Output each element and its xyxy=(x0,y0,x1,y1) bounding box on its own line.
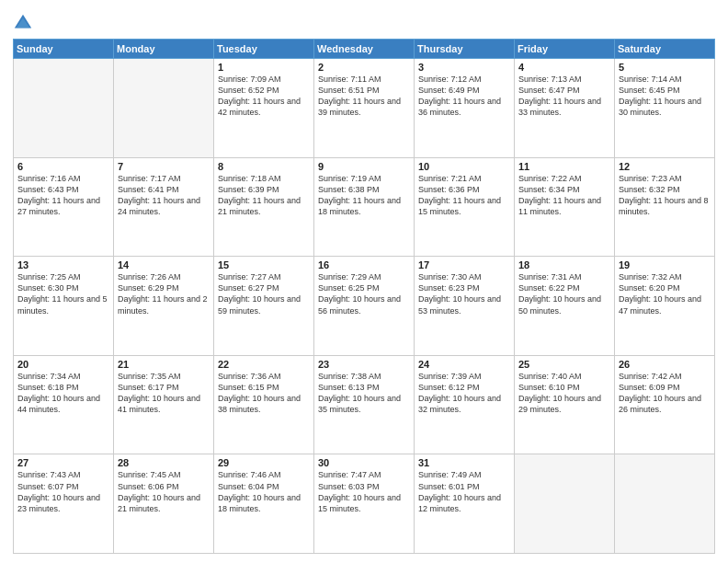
day-info: Sunrise: 7:45 AMSunset: 6:06 PMDaylight:… xyxy=(118,469,210,514)
calendar-cell: 31Sunrise: 7:49 AMSunset: 6:01 PMDayligh… xyxy=(415,454,515,554)
day-number: 6 xyxy=(17,161,109,172)
day-number: 26 xyxy=(619,359,711,370)
calendar-cell: 26Sunrise: 7:42 AMSunset: 6:09 PMDayligh… xyxy=(615,355,715,454)
calendar-cell xyxy=(515,454,615,554)
calendar-week-row: 13Sunrise: 7:25 AMSunset: 6:30 PMDayligh… xyxy=(14,257,715,356)
day-info: Sunrise: 7:22 AMSunset: 6:34 PMDaylight:… xyxy=(518,173,610,218)
calendar-cell: 29Sunrise: 7:46 AMSunset: 6:04 PMDayligh… xyxy=(214,454,314,554)
day-info: Sunrise: 7:31 AMSunset: 6:22 PMDaylight:… xyxy=(518,271,610,316)
day-number: 24 xyxy=(418,359,510,370)
day-info: Sunrise: 7:26 AMSunset: 6:29 PMDaylight:… xyxy=(118,271,210,316)
calendar-header-friday: Friday xyxy=(515,40,615,59)
day-number: 13 xyxy=(17,259,109,270)
calendar-cell: 24Sunrise: 7:39 AMSunset: 6:12 PMDayligh… xyxy=(415,355,515,454)
day-info: Sunrise: 7:47 AMSunset: 6:03 PMDaylight:… xyxy=(318,469,410,514)
day-info: Sunrise: 7:30 AMSunset: 6:23 PMDaylight:… xyxy=(418,271,510,316)
day-number: 2 xyxy=(318,62,410,73)
day-info: Sunrise: 7:34 AMSunset: 6:18 PMDaylight:… xyxy=(17,371,109,416)
day-info: Sunrise: 7:35 AMSunset: 6:17 PMDaylight:… xyxy=(118,371,210,416)
header xyxy=(13,9,715,33)
day-info: Sunrise: 7:25 AMSunset: 6:30 PMDaylight:… xyxy=(17,271,109,316)
day-info: Sunrise: 7:32 AMSunset: 6:20 PMDaylight:… xyxy=(619,271,711,316)
calendar-cell: 6Sunrise: 7:16 AMSunset: 6:43 PMDaylight… xyxy=(14,157,114,257)
calendar-cell: 1Sunrise: 7:09 AMSunset: 6:52 PMDaylight… xyxy=(214,59,314,158)
day-number: 20 xyxy=(17,359,109,370)
calendar-week-row: 1Sunrise: 7:09 AMSunset: 6:52 PMDaylight… xyxy=(14,59,715,158)
day-number: 17 xyxy=(418,259,510,270)
calendar-cell: 18Sunrise: 7:31 AMSunset: 6:22 PMDayligh… xyxy=(515,257,615,356)
calendar-header-tuesday: Tuesday xyxy=(214,40,314,59)
calendar-cell: 20Sunrise: 7:34 AMSunset: 6:18 PMDayligh… xyxy=(14,355,114,454)
calendar-cell: 2Sunrise: 7:11 AMSunset: 6:51 PMDaylight… xyxy=(314,59,415,158)
calendar-cell: 15Sunrise: 7:27 AMSunset: 6:27 PMDayligh… xyxy=(214,257,314,356)
day-info: Sunrise: 7:27 AMSunset: 6:27 PMDaylight:… xyxy=(218,271,310,316)
calendar-cell: 27Sunrise: 7:43 AMSunset: 6:07 PMDayligh… xyxy=(14,454,114,554)
day-info: Sunrise: 7:09 AMSunset: 6:52 PMDaylight:… xyxy=(218,74,310,119)
day-number: 21 xyxy=(118,359,210,370)
day-info: Sunrise: 7:19 AMSunset: 6:38 PMDaylight:… xyxy=(318,173,410,218)
calendar-cell: 19Sunrise: 7:32 AMSunset: 6:20 PMDayligh… xyxy=(615,257,715,356)
day-info: Sunrise: 7:36 AMSunset: 6:15 PMDaylight:… xyxy=(218,371,310,416)
calendar-cell: 17Sunrise: 7:30 AMSunset: 6:23 PMDayligh… xyxy=(415,257,515,356)
day-number: 31 xyxy=(418,457,510,468)
day-info: Sunrise: 7:46 AMSunset: 6:04 PMDaylight:… xyxy=(218,469,310,514)
calendar-cell: 12Sunrise: 7:23 AMSunset: 6:32 PMDayligh… xyxy=(615,157,715,257)
day-number: 22 xyxy=(218,359,310,370)
day-number: 29 xyxy=(218,457,310,468)
day-number: 10 xyxy=(418,161,510,172)
day-number: 11 xyxy=(518,161,610,172)
day-number: 16 xyxy=(318,259,410,270)
calendar-cell: 28Sunrise: 7:45 AMSunset: 6:06 PMDayligh… xyxy=(114,454,214,554)
day-number: 9 xyxy=(318,161,410,172)
day-info: Sunrise: 7:12 AMSunset: 6:49 PMDaylight:… xyxy=(418,74,510,119)
day-info: Sunrise: 7:16 AMSunset: 6:43 PMDaylight:… xyxy=(17,173,109,218)
day-number: 19 xyxy=(619,259,711,270)
calendar-cell: 10Sunrise: 7:21 AMSunset: 6:36 PMDayligh… xyxy=(415,157,515,257)
calendar-cell: 5Sunrise: 7:14 AMSunset: 6:45 PMDaylight… xyxy=(615,59,715,158)
calendar-cell: 21Sunrise: 7:35 AMSunset: 6:17 PMDayligh… xyxy=(114,355,214,454)
day-info: Sunrise: 7:18 AMSunset: 6:39 PMDaylight:… xyxy=(218,173,310,218)
calendar-cell: 3Sunrise: 7:12 AMSunset: 6:49 PMDaylight… xyxy=(415,59,515,158)
day-number: 23 xyxy=(318,359,410,370)
day-info: Sunrise: 7:43 AMSunset: 6:07 PMDaylight:… xyxy=(17,469,109,514)
day-number: 7 xyxy=(118,161,210,172)
day-number: 28 xyxy=(118,457,210,468)
calendar-cell: 30Sunrise: 7:47 AMSunset: 6:03 PMDayligh… xyxy=(314,454,415,554)
day-number: 3 xyxy=(418,62,510,73)
day-number: 1 xyxy=(218,62,310,73)
day-info: Sunrise: 7:17 AMSunset: 6:41 PMDaylight:… xyxy=(118,173,210,218)
calendar-cell: 7Sunrise: 7:17 AMSunset: 6:41 PMDaylight… xyxy=(114,157,214,257)
day-number: 5 xyxy=(619,62,711,73)
calendar-week-row: 27Sunrise: 7:43 AMSunset: 6:07 PMDayligh… xyxy=(14,454,715,554)
day-number: 18 xyxy=(518,259,610,270)
page: SundayMondayTuesdayWednesdayThursdayFrid… xyxy=(0,0,728,563)
day-info: Sunrise: 7:11 AMSunset: 6:51 PMDaylight:… xyxy=(318,74,410,119)
day-info: Sunrise: 7:40 AMSunset: 6:10 PMDaylight:… xyxy=(518,371,610,416)
calendar-cell xyxy=(14,59,114,158)
calendar-cell: 25Sunrise: 7:40 AMSunset: 6:10 PMDayligh… xyxy=(515,355,615,454)
logo-icon xyxy=(13,13,33,33)
calendar-cell: 16Sunrise: 7:29 AMSunset: 6:25 PMDayligh… xyxy=(314,257,415,356)
calendar-table: SundayMondayTuesdayWednesdayThursdayFrid… xyxy=(13,39,715,554)
calendar-header-thursday: Thursday xyxy=(415,40,515,59)
calendar-cell: 11Sunrise: 7:22 AMSunset: 6:34 PMDayligh… xyxy=(515,157,615,257)
calendar-week-row: 20Sunrise: 7:34 AMSunset: 6:18 PMDayligh… xyxy=(14,355,715,454)
day-number: 15 xyxy=(218,259,310,270)
day-number: 4 xyxy=(518,62,610,73)
logo xyxy=(13,13,35,33)
calendar-header-row: SundayMondayTuesdayWednesdayThursdayFrid… xyxy=(14,40,715,59)
day-info: Sunrise: 7:21 AMSunset: 6:36 PMDaylight:… xyxy=(418,173,510,218)
calendar-week-row: 6Sunrise: 7:16 AMSunset: 6:43 PMDaylight… xyxy=(14,157,715,257)
day-number: 14 xyxy=(118,259,210,270)
day-number: 25 xyxy=(518,359,610,370)
calendar-cell xyxy=(615,454,715,554)
day-number: 30 xyxy=(318,457,410,468)
day-number: 12 xyxy=(619,161,711,172)
day-number: 27 xyxy=(17,457,109,468)
day-info: Sunrise: 7:13 AMSunset: 6:47 PMDaylight:… xyxy=(518,74,610,119)
calendar-cell: 9Sunrise: 7:19 AMSunset: 6:38 PMDaylight… xyxy=(314,157,415,257)
day-info: Sunrise: 7:39 AMSunset: 6:12 PMDaylight:… xyxy=(418,371,510,416)
calendar-cell xyxy=(114,59,214,158)
calendar-header-saturday: Saturday xyxy=(615,40,715,59)
calendar-header-sunday: Sunday xyxy=(14,40,114,59)
